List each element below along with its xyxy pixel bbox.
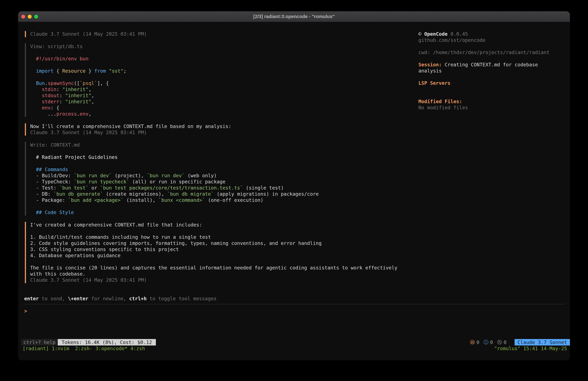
terminal-line: import { Resource } from "sst"; <box>30 68 417 74</box>
tmux-session-info: "romulus" 15:41 14-May-25 <box>494 345 567 352</box>
assistant-message-header: Claude 3.7 Sonnet (14 May 2025 03:41 PM) <box>25 31 417 37</box>
terminal-line <box>30 62 417 68</box>
traffic-lights <box>21 15 38 19</box>
diagnostic-count: 0 <box>490 339 493 345</box>
tokens-cost-chip: Tokens: 16.4K (8%), Cost: $0.12 <box>58 339 156 345</box>
terminal-line <box>30 203 417 209</box>
terminal-line: No modified files <box>419 105 567 111</box>
hint-icon: ⓗ <box>497 339 502 346</box>
prompt-input[interactable]: > <box>24 308 411 318</box>
terminal-line: LSP Servers <box>419 80 567 86</box>
diagnostic-counter: Ⓦ0 <box>470 339 479 346</box>
terminal-line: Bun.spawnSync([`psql`], { <box>30 80 417 86</box>
terminal-line <box>419 43 567 49</box>
terminal-line: enter to send, \+enter for newline, ctrl… <box>24 296 216 302</box>
terminal-line: 3. CSS styling conventions specific to t… <box>30 246 417 252</box>
diagnostics-group: Ⓦ0ⓘ0ⓗ0 <box>470 339 506 345</box>
terminal-line: Claude 3.7 Sonnet (14 May 2025 03:41 PM) <box>30 130 417 135</box>
terminal-line: - DB: `bun db generate` (create migratio… <box>30 191 417 197</box>
terminal-line <box>30 160 417 166</box>
window-title: [2/3] radiant:3:opencode - "romulus" <box>253 14 335 19</box>
terminal-line: Modified Files: <box>419 98 567 105</box>
terminal-line <box>30 259 417 265</box>
tmux-status-bar: [radiant] 1:nvim 2:zsh- 3:opencode* 4:zs… <box>18 345 570 352</box>
prompt-symbol: > <box>24 308 27 314</box>
diagnostic-count: 0 <box>504 339 506 345</box>
terminal-line: env: { <box>30 105 417 111</box>
terminal-line: Write: CONTEXT.md <box>30 142 417 148</box>
titlebar: [2/3] radiant:3:opencode - "romulus" <box>18 11 570 22</box>
help-chip: ctrl+? help <box>21 339 58 345</box>
statusbar-spacer <box>156 339 470 345</box>
diagnostic-count: 0 <box>477 339 479 345</box>
terminal-line: ## Commands <box>30 166 417 173</box>
terminal-line <box>419 86 567 92</box>
terminal-line: Session: Creating CONTEXT.md for codebas… <box>419 62 567 68</box>
zoom-button[interactable] <box>34 15 38 19</box>
terminal-content: Claude 3.7 Sonnet (14 May 2025 03:41 PM)… <box>18 22 570 360</box>
chat-area: Claude 3.7 Sonnet (14 May 2025 03:41 PM)… <box>25 22 417 290</box>
terminal-line: stderr: "inherit", <box>30 99 417 105</box>
terminal-line: # Radiant Project Guidelines <box>30 154 417 160</box>
terminal-line: - Build/Dev: `bun run dev` (project), `b… <box>30 173 417 179</box>
terminal-line: The file is concise (20 lines) and captu… <box>30 265 417 271</box>
terminal-line: ## Code Style <box>30 209 417 216</box>
terminal-window: [2/3] radiant:3:opencode - "romulus" Cla… <box>18 11 570 360</box>
terminal-line: - TypeCheck: `bun run typecheck` (all) o… <box>30 179 417 185</box>
terminal-line: github.com/sst/opencode <box>419 37 567 43</box>
terminal-line <box>419 92 567 98</box>
terminal-line: I've created a comprehensive CONTEXT.md … <box>30 222 417 228</box>
tool-view-block: View: script/db.ts #!/usr/bin/env bun im… <box>25 44 417 117</box>
minimize-button[interactable] <box>28 15 32 19</box>
terminal-line: cwd: /home/thdxr/dev/projects/radiant/ra… <box>419 49 567 56</box>
terminal-line: - Test: `bun test` or `bun test packages… <box>30 185 417 191</box>
terminal-line: #!/usr/bin/env bun <box>30 56 417 62</box>
terminal-line <box>30 148 417 154</box>
terminal-line: with this codebase. <box>30 271 417 277</box>
warning-icon: Ⓦ <box>470 339 475 346</box>
terminal-line: © OpenCode 0.0.45 <box>419 31 567 37</box>
tool-write-block: Write: CONTEXT.md # Radiant Project Guid… <box>25 142 417 216</box>
terminal-line: 4. Database operations guidance <box>30 252 417 259</box>
terminal-line: ...process.env, <box>30 111 417 117</box>
tmux-window-list[interactable]: [radiant] 1:nvim 2:zsh- 3:opencode* 4:zs… <box>22 345 145 352</box>
terminal-line: Now I'll create a comprehensive CONTEXT.… <box>30 123 417 130</box>
model-badge: Claude 3.7 Sonnet <box>515 339 570 345</box>
status-bar: ctrl+? help Tokens: 16.4K (8%), Cost: $0… <box>18 339 570 345</box>
terminal-line <box>419 56 567 62</box>
terminal-line <box>30 74 417 80</box>
diagnostic-counter: ⓗ0 <box>497 339 506 346</box>
keybind-help: enter to send, \+enter for newline, ctrl… <box>24 296 216 302</box>
assistant-message: Now I'll create a comprehensive CONTEXT.… <box>25 123 417 135</box>
close-button[interactable] <box>21 15 25 19</box>
terminal-line <box>30 49 417 56</box>
terminal-line: - Package: `bun add <package>` (install)… <box>30 197 417 203</box>
info-icon: ⓘ <box>483 339 488 346</box>
assistant-summary-message: I've created a comprehensive CONTEXT.md … <box>25 222 417 283</box>
terminal-line: View: script/db.ts <box>30 44 417 49</box>
terminal-line: 2. Code style guidelines covering import… <box>30 240 417 246</box>
session-sidebar: © OpenCode 0.0.45github.com/sst/opencode… <box>419 31 567 111</box>
terminal-line: Claude 3.7 Sonnet (14 May 2025 03:41 PM) <box>30 31 417 37</box>
terminal-line: analysis <box>419 68 567 74</box>
terminal-line <box>419 74 567 80</box>
terminal-line: stdout: "inherit", <box>30 92 417 99</box>
diagnostic-counter: ⓘ0 <box>483 339 493 346</box>
terminal-line <box>30 228 417 234</box>
terminal-line: Claude 3.7 Sonnet (14 May 2025 03:41 PM) <box>30 277 417 283</box>
terminal-line: 1. Build/lint/test commands including ho… <box>30 234 417 240</box>
terminal-line: stdin: "inherit", <box>30 86 417 92</box>
composer-divider <box>22 304 566 304</box>
